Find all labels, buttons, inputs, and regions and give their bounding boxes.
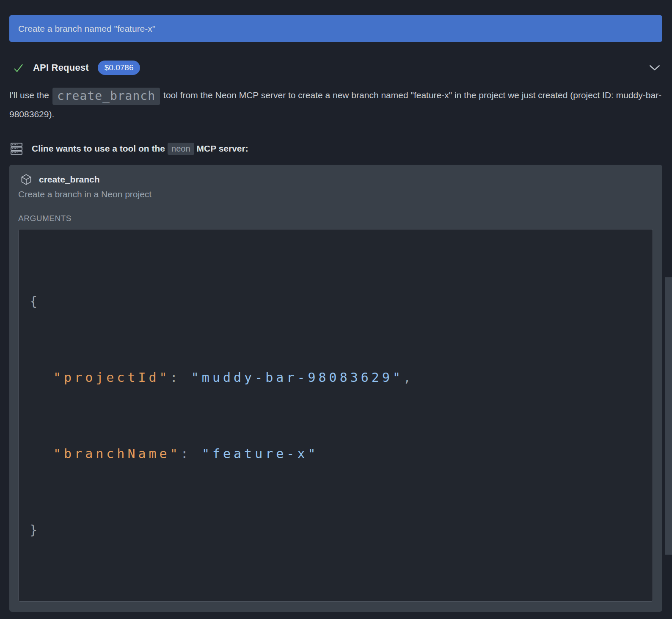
- vertical-scrollbar-thumb[interactable]: [665, 277, 672, 555]
- announcement-after: MCP server:: [197, 144, 248, 153]
- user-task-text: Create a branch named "feature-x": [18, 24, 155, 34]
- announcement-before: Cline wants to use a tool on the: [32, 144, 165, 153]
- cline-chat-view: Create a branch named "feature-x" API Re…: [0, 15, 672, 619]
- json-value: "muddy-bar-98083629": [191, 370, 403, 385]
- api-request-label: API Request: [33, 62, 89, 73]
- api-request-header-1[interactable]: API Request $0.0786: [9, 61, 662, 75]
- json-brace: }: [30, 522, 40, 537]
- json-line: {: [30, 289, 642, 314]
- json-value: "feature-x": [202, 446, 319, 461]
- api-cost-badge: $0.0786: [98, 61, 140, 75]
- server-name-pill: neon: [168, 143, 194, 155]
- tool-header: create_branch: [18, 173, 653, 186]
- json-brace: {: [30, 294, 40, 309]
- json-key: "projectId": [53, 370, 170, 385]
- arguments-label: ARGUMENTS: [18, 214, 653, 224]
- check-icon: [13, 62, 24, 74]
- tool-announcement-text: Cline wants to use a tool on theneonMCP …: [32, 144, 248, 154]
- tool-description: Create a branch in a Neon project: [18, 189, 653, 201]
- message-text-before: I'll use the: [9, 90, 49, 100]
- assistant-message: I'll use thecreate_branchtool from the N…: [9, 86, 662, 123]
- user-task-banner[interactable]: Create a branch named "feature-x": [9, 15, 662, 42]
- json-separator: :: [181, 446, 202, 461]
- json-separator: :: [170, 370, 191, 385]
- json-line: }: [30, 517, 642, 543]
- json-line: "projectId": "muddy-bar-98083629",: [30, 365, 642, 390]
- mcp-tool-card: create_branch Create a branch in a Neon …: [9, 165, 662, 612]
- json-comma: ,: [403, 370, 414, 385]
- mcp-server-icon: [10, 142, 23, 155]
- cube-icon: [20, 174, 32, 185]
- tool-announcement-row: Cline wants to use a tool on theneonMCP …: [9, 142, 662, 155]
- json-line: "branchName": "feature-x": [30, 441, 642, 467]
- tool-name: create_branch: [39, 174, 100, 185]
- inline-code-chip: create_branch: [52, 88, 160, 105]
- chevron-down-icon[interactable]: [649, 64, 661, 72]
- arguments-json-block: { "projectId": "muddy-bar-98083629", "br…: [18, 229, 653, 602]
- json-key: "branchName": [53, 446, 181, 461]
